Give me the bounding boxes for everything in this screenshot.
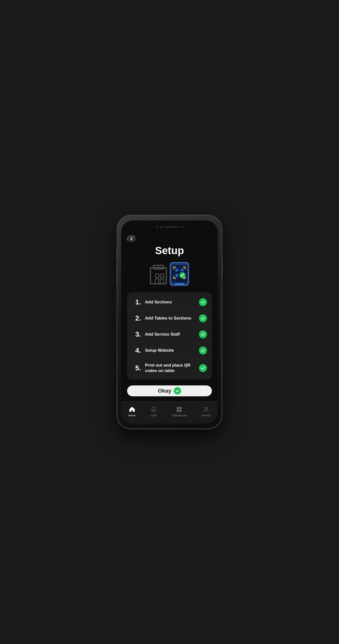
notch (150, 224, 189, 230)
okay-check-icon (174, 387, 181, 394)
svg-rect-12 (176, 269, 178, 271)
step-5-text: Print out and place QR codes on table (145, 362, 195, 374)
back-button[interactable] (127, 235, 136, 242)
notch-camera (160, 226, 162, 228)
notch-speaker (164, 226, 179, 228)
step-3-text: Add Service Staff (145, 332, 195, 337)
step-5-number: 5. (132, 364, 141, 372)
step-1-text: Add Sections (145, 300, 195, 305)
nav-label-tableplanner: Tableplanner (171, 414, 187, 417)
step-4-text: Setup Website (145, 348, 195, 353)
svg-rect-3 (160, 274, 164, 278)
phone-frame: Setup (117, 216, 222, 428)
nav-label-calls: Calls (150, 414, 156, 417)
svg-rect-4 (155, 279, 159, 284)
step-5-check (199, 364, 207, 372)
nav-item-calls[interactable]: Calls (150, 406, 157, 417)
qr-phone-icon (168, 262, 191, 286)
nav-label-home: Home (128, 414, 136, 417)
person-icon (203, 406, 210, 413)
grid-icon (176, 406, 183, 413)
nav-item-home[interactable]: Home (128, 406, 136, 417)
step-3-check (199, 330, 207, 338)
svg-point-22 (205, 407, 207, 409)
svg-rect-16 (176, 274, 178, 276)
nav-label-service: Service (201, 414, 211, 417)
nav-item-tableplanner[interactable]: Tableplanner (171, 406, 187, 417)
svg-rect-20 (177, 410, 179, 412)
okay-button[interactable]: Okay (127, 386, 212, 396)
setup-illustration (148, 262, 191, 286)
step-4[interactable]: 4. Setup Website (127, 342, 212, 358)
main-content: Setup (121, 233, 218, 401)
notch-dot-left (156, 226, 158, 228)
step-2[interactable]: 2. Add Tables to Sections (127, 310, 212, 326)
notch-dot-right (181, 226, 183, 228)
step-1-number: 1. (132, 298, 141, 306)
nav-item-service[interactable]: Service (201, 406, 211, 417)
step-4-check (199, 346, 207, 354)
step-5[interactable]: 5. Print out and place QR codes on table (127, 358, 212, 378)
step-3[interactable]: 3. Add Service Staff (127, 326, 212, 342)
svg-rect-2 (155, 274, 159, 278)
building-icon (148, 263, 168, 285)
step-1-check (199, 298, 207, 306)
notch-area (121, 220, 218, 233)
phone-screen: Setup (121, 220, 218, 424)
page-title: Setup (155, 245, 184, 256)
step-2-text: Add Tables to Sections (145, 316, 195, 321)
bell-icon (150, 406, 157, 413)
bottom-nav: Home Calls (121, 401, 218, 424)
step-2-check (199, 314, 207, 322)
svg-rect-18 (177, 407, 179, 409)
svg-rect-21 (179, 410, 182, 412)
step-2-number: 2. (132, 314, 141, 322)
okay-label: Okay (158, 388, 171, 394)
step-1[interactable]: 1. Add Sections (127, 294, 212, 310)
svg-rect-19 (179, 407, 182, 409)
step-4-number: 4. (132, 346, 141, 354)
home-icon (129, 406, 136, 413)
step-3-number: 3. (132, 330, 141, 338)
svg-rect-5 (160, 279, 164, 284)
steps-card: 1. Add Sections 2. Add Tables to Section… (127, 292, 212, 380)
svg-rect-14 (181, 269, 183, 271)
svg-rect-9 (175, 283, 184, 284)
